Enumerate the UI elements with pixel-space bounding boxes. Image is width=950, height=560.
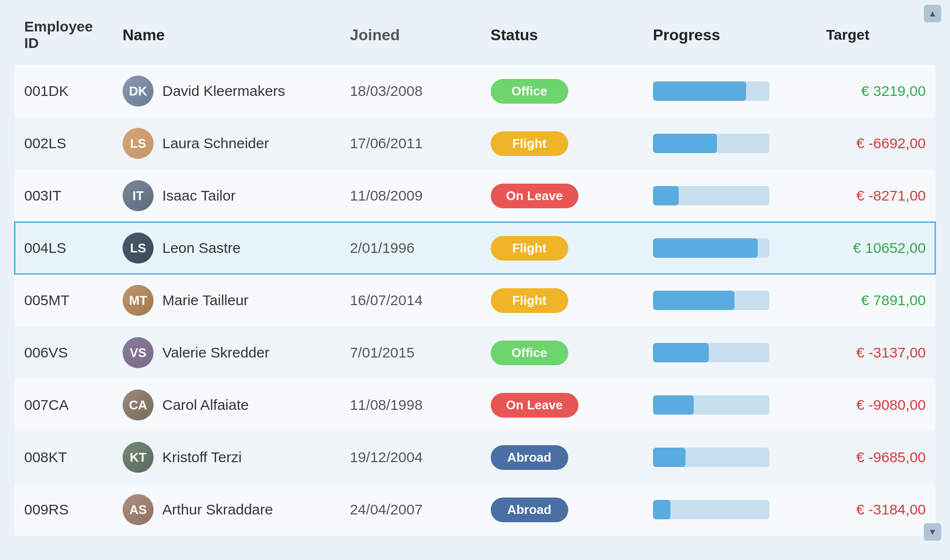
avatar: MT (123, 285, 154, 316)
employee-name-text: Valerie Skredder (162, 344, 269, 361)
employee-id-cell: 002LS (15, 117, 113, 170)
progress-bar-fill (653, 448, 685, 467)
table-row[interactable]: 007CACACarol Alfaiate11/08/1998On Leave€… (15, 379, 935, 431)
status-badge: Abroad (491, 445, 568, 470)
progress-cell (643, 65, 816, 117)
progress-bar-fill (653, 186, 679, 205)
status-cell: Abroad (481, 431, 643, 483)
progress-cell (643, 327, 816, 379)
employee-name-cell: ASArthur Skraddare (113, 483, 340, 536)
employee-name-cell: MTMarie Tailleur (113, 274, 340, 327)
progress-cell (643, 274, 816, 327)
joined-date-cell: 24/04/2007 (340, 483, 481, 536)
progress-cell (643, 170, 816, 222)
table-row[interactable]: 009RSASArthur Skraddare24/04/2007Abroad€… (15, 483, 935, 536)
status-badge: Flight (491, 236, 568, 261)
joined-date-cell: 11/08/2009 (340, 170, 481, 222)
status-badge: Office (491, 341, 568, 365)
employee-name-text: Carol Alfaiate (162, 397, 249, 413)
status-badge: Flight (491, 288, 568, 313)
target-value-cell: € -8271,00 (816, 170, 935, 222)
status-cell: Office (481, 327, 643, 379)
scroll-down-button[interactable]: ▼ (924, 523, 941, 541)
table-row[interactable]: 006VSVSValerie Skredder7/01/2015Office€ … (15, 327, 935, 379)
table-row[interactable]: 008KTKTKristoff Terzi19/12/2004Abroad€ -… (15, 431, 935, 483)
progress-cell (643, 222, 816, 274)
employee-id-cell: 003IT (15, 170, 113, 222)
joined-date-cell: 19/12/2004 (340, 431, 481, 483)
employee-id-cell: 005MT (15, 274, 113, 327)
joined-date-cell: 7/01/2015 (340, 327, 481, 379)
table-row[interactable]: 002LSLSLaura Schneider17/06/2011Flight€ … (15, 117, 935, 170)
avatar: KT (123, 442, 154, 473)
status-badge: Flight (491, 131, 568, 156)
status-cell: Office (481, 65, 643, 117)
employee-name-cell: LSLaura Schneider (113, 117, 340, 170)
target-value-cell: € 7891,00 (816, 274, 935, 327)
scroll-up-button[interactable]: ▲ (924, 5, 941, 22)
progress-bar-fill (653, 238, 758, 258)
target-value-cell: € -3137,00 (816, 327, 935, 379)
employee-id-cell: 007CA (15, 379, 113, 431)
progress-cell (643, 483, 816, 536)
progress-bar-fill (653, 395, 694, 415)
progress-bar-background (653, 448, 769, 467)
status-cell: Abroad (481, 483, 643, 536)
employee-name-cell: ITIsaac Tailor (113, 170, 340, 222)
employee-name-text: Isaac Tailor (162, 187, 235, 204)
avatar: CA (123, 389, 154, 420)
status-badge: Abroad (491, 498, 568, 522)
progress-bar-background (653, 134, 769, 153)
avatar: DK (123, 76, 154, 107)
table-row[interactable]: 004LSLSLeon Sastre2/01/1996Flight€ 10652… (15, 222, 935, 274)
target-value-cell: € -6692,00 (816, 117, 935, 170)
progress-bar-background (653, 81, 769, 101)
employee-name-text: Leon Sastre (162, 240, 241, 256)
employee-id-cell: 008KT (15, 431, 113, 483)
employee-name-cell: LSLeon Sastre (113, 222, 340, 274)
employee-name-text: David Kleermakers (162, 83, 285, 99)
status-cell: On Leave (481, 379, 643, 431)
progress-bar-fill (653, 134, 717, 153)
avatar: VS (123, 337, 154, 368)
target-value-cell: € -3184,00 (816, 483, 935, 536)
target-value-cell: € -9685,00 (816, 431, 935, 483)
employee-name-text: Kristoff Terzi (162, 449, 242, 466)
table-row[interactable]: 003ITITIsaac Tailor11/08/2009On Leave€ -… (15, 170, 935, 222)
col-header-status: Status (481, 10, 643, 65)
table-row[interactable]: 005MTMTMarie Tailleur16/07/2014Flight€ 7… (15, 274, 935, 327)
progress-cell (643, 117, 816, 170)
col-header-id: Employee ID (15, 10, 113, 65)
progress-bar-background (653, 238, 769, 258)
progress-bar-background (653, 395, 769, 415)
status-cell: Flight (481, 222, 643, 274)
avatar: LS (123, 233, 154, 264)
col-header-target: Target (816, 10, 935, 65)
progress-bar-background (653, 291, 769, 310)
employee-id-cell: 006VS (15, 327, 113, 379)
progress-bar-fill (653, 291, 734, 310)
progress-bar-background (653, 343, 769, 362)
target-value-cell: € 10652,00 (816, 222, 935, 274)
employee-name-cell: KTKristoff Terzi (113, 431, 340, 483)
status-cell: On Leave (481, 170, 643, 222)
progress-bar-background (653, 500, 769, 519)
employee-name-cell: VSValerie Skredder (113, 327, 340, 379)
table-row[interactable]: 001DKDKDavid Kleermakers18/03/2008Office… (15, 65, 935, 117)
employee-name-text: Marie Tailleur (162, 292, 249, 309)
status-cell: Flight (481, 274, 643, 327)
col-header-progress: Progress (643, 10, 816, 65)
employee-id-cell: 001DK (15, 65, 113, 117)
status-badge: On Leave (491, 393, 578, 418)
table-header-row: Employee ID Name Joined Status Progress … (15, 10, 935, 65)
progress-cell (643, 431, 816, 483)
target-value-cell: € 3219,00 (816, 65, 935, 117)
progress-bar-fill (653, 500, 670, 519)
avatar: AS (123, 494, 154, 525)
joined-date-cell: 11/08/1998 (340, 379, 481, 431)
status-badge: On Leave (491, 184, 578, 208)
col-header-joined: Joined (340, 10, 481, 65)
employee-name-cell: DKDavid Kleermakers (113, 65, 340, 117)
employee-table: Employee ID Name Joined Status Progress … (15, 10, 935, 536)
joined-date-cell: 16/07/2014 (340, 274, 481, 327)
